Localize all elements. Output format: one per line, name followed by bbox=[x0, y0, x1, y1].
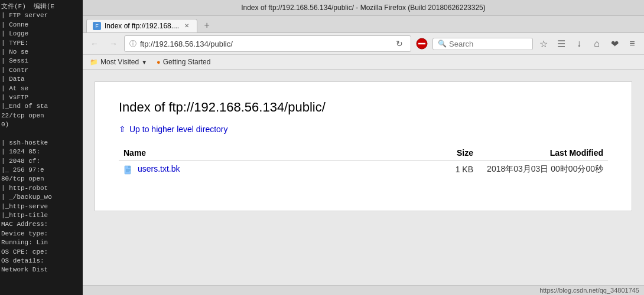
terminal-line: 22/tcp open bbox=[1, 112, 82, 120]
svg-rect-3 bbox=[128, 166, 131, 168]
terminal-line: | Data bbox=[1, 75, 82, 84]
terminal-line: | _/backup_wo bbox=[1, 193, 82, 202]
file-link[interactable]: users.txt.bk bbox=[138, 164, 180, 173]
file-icon bbox=[123, 165, 133, 175]
block-button[interactable] bbox=[414, 35, 430, 52]
tab-label: Index of ftp://192.168.... bbox=[105, 22, 179, 30]
terminal-line: Network Dist bbox=[1, 266, 82, 274]
terminal-line: | http-robot bbox=[1, 184, 82, 193]
terminal-line: | No se bbox=[1, 48, 82, 57]
more-button[interactable]: ≡ bbox=[624, 35, 640, 52]
status-url: https://blog.csdn.net/qq_34801745 bbox=[539, 287, 639, 294]
terminal-line: |_http-title bbox=[1, 211, 82, 220]
terminal-line: 文件(F) 编辑(E bbox=[1, 2, 82, 11]
terminal-line: Device type: bbox=[1, 230, 82, 238]
nav-bar: ← → ⓘ ↻ 🔍 ☆ ☰ ↓ ⌂ ❤ ≡ bbox=[83, 33, 644, 55]
nav-actions: ☆ ☰ ↓ ⌂ ❤ ≡ bbox=[535, 35, 640, 52]
bookmark-most-visited[interactable]: 📁 Most Visited ▼ bbox=[87, 57, 149, 67]
status-bar: https://blog.csdn.net/qq_34801745 bbox=[83, 285, 644, 295]
new-tab-button[interactable]: + bbox=[200, 18, 214, 32]
reader-mode-button[interactable]: ☰ bbox=[553, 35, 570, 52]
tab-favicon-icon: F bbox=[93, 22, 101, 30]
terminal-line: |_ 256 97:e bbox=[1, 166, 82, 175]
download-button[interactable]: ↓ bbox=[571, 35, 587, 52]
terminal-line: 80/tcp open bbox=[1, 175, 82, 183]
pocket-button[interactable]: ❤ bbox=[606, 35, 623, 52]
tab-bar: F Index of ftp://192.168.... ✕ + bbox=[83, 16, 644, 33]
search-icon: 🔍 bbox=[438, 40, 447, 48]
search-bar: 🔍 bbox=[432, 38, 533, 50]
up-directory-label: Up to higher level directory bbox=[129, 124, 228, 134]
back-button[interactable]: ← bbox=[86, 35, 103, 52]
reload-button[interactable]: ↻ bbox=[393, 37, 406, 50]
forward-button[interactable]: → bbox=[105, 35, 122, 52]
terminal-line: |_http-serve bbox=[1, 202, 82, 211]
tab-close-button[interactable]: ✕ bbox=[183, 22, 191, 30]
file-name-cell: users.txt.bk bbox=[119, 160, 431, 179]
terminal-line: OS CPE: cpe: bbox=[1, 248, 82, 257]
bookmark-getting-started-label: Getting Started bbox=[163, 58, 211, 66]
size-column-header: Size bbox=[431, 146, 478, 160]
terminal-line: | 1024 85: bbox=[1, 148, 82, 156]
terminal-panel: 文件(F) 编辑(E | FTP server | Conne | Logge … bbox=[0, 0, 83, 295]
terminal-line: | vsFTP bbox=[1, 93, 82, 102]
up-arrow-icon: ⇧ bbox=[119, 124, 126, 134]
terminal-line: | TYPE: bbox=[1, 39, 82, 48]
address-bar: ⓘ ↻ bbox=[124, 35, 411, 52]
terminal-line: | 2048 cf: bbox=[1, 157, 82, 166]
terminal-line: |_End of sta bbox=[1, 102, 82, 111]
name-column-header: Name bbox=[119, 146, 431, 160]
browser-content: Index of ftp://192.168.56.134/public/ ⇧ … bbox=[83, 70, 644, 285]
bookmarks-bar: 📁 Most Visited ▼ ● Getting Started bbox=[83, 55, 644, 70]
terminal-line: | Conne bbox=[1, 21, 82, 30]
star-button[interactable]: ☆ bbox=[535, 35, 552, 52]
bookmark-getting-started[interactable]: ● Getting Started bbox=[154, 57, 213, 67]
terminal-line: | FTP server bbox=[1, 11, 82, 20]
terminal-line: Running: Lin bbox=[1, 238, 82, 247]
home-button[interactable]: ⌂ bbox=[588, 35, 605, 52]
terminal-line: MAC Address: bbox=[1, 220, 82, 229]
terminal-line: | Logge bbox=[1, 30, 82, 38]
browser-title: Index of ftp://192.168.56.134/public/ - … bbox=[241, 4, 486, 12]
ftp-page: Index of ftp://192.168.56.134/public/ ⇧ … bbox=[95, 81, 632, 211]
browser-tab[interactable]: F Index of ftp://192.168.... ✕ bbox=[86, 19, 197, 32]
terminal-line: | Sessi bbox=[1, 57, 82, 65]
table-row: users.txt.bk 1 KB 2018年03月03日 00时00分00秒 bbox=[119, 160, 608, 179]
bookmark-most-visited-label: Most Visited bbox=[100, 58, 139, 66]
info-icon: ⓘ bbox=[129, 39, 136, 49]
terminal-line: 0) bbox=[1, 120, 82, 129]
terminal-line: | ssh-hostke bbox=[1, 139, 82, 148]
terminal-line: OS details: bbox=[1, 257, 82, 266]
search-input[interactable] bbox=[449, 40, 548, 48]
folder-icon: 📁 bbox=[90, 58, 98, 66]
file-size-cell: 1 KB bbox=[431, 160, 478, 179]
browser-title-bar: Index of ftp://192.168.56.134/public/ - … bbox=[83, 0, 644, 16]
firefox-icon: ● bbox=[157, 58, 161, 65]
file-table: Name Size Last Modified bbox=[119, 146, 608, 178]
block-icon bbox=[416, 38, 428, 50]
file-modified-cell: 2018年03月03日 00时00分00秒 bbox=[478, 160, 608, 179]
chevron-down-icon: ▼ bbox=[141, 59, 147, 65]
table-header-row: Name Size Last Modified bbox=[119, 146, 608, 160]
modified-column-header: Last Modified bbox=[478, 146, 608, 160]
terminal-line: | At se bbox=[1, 84, 82, 93]
address-input[interactable] bbox=[140, 40, 389, 48]
ftp-page-title: Index of ftp://192.168.56.134/public/ bbox=[119, 100, 608, 115]
up-directory-link[interactable]: ⇧ Up to higher level directory bbox=[119, 124, 608, 134]
terminal-line: | Contr bbox=[1, 66, 82, 75]
browser-window: Index of ftp://192.168.56.134/public/ - … bbox=[83, 0, 644, 295]
terminal-line bbox=[1, 129, 82, 138]
